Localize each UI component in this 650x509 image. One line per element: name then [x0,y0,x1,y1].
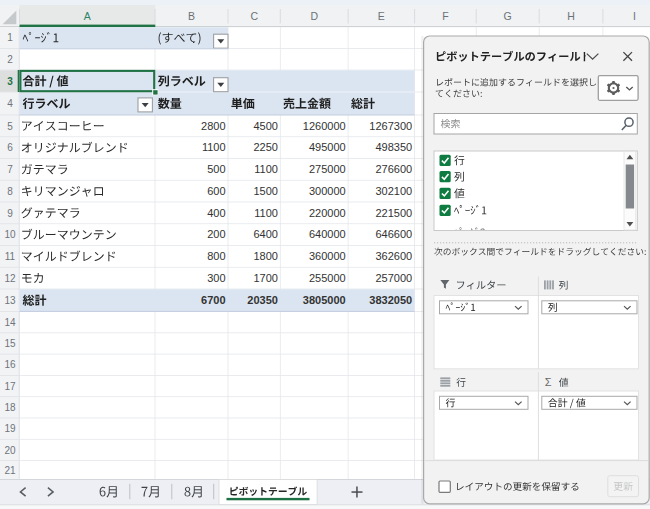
svg-text:I: I [633,10,636,22]
svg-text:A: A [84,10,91,22]
svg-text:9: 9 [7,208,13,219]
svg-text:20350: 20350 [247,294,278,306]
svg-text:10: 10 [4,229,16,240]
svg-text:E: E [378,10,385,22]
svg-text:6400: 6400 [253,228,277,240]
svg-text:1500: 1500 [253,185,277,197]
svg-text:17: 17 [4,381,16,392]
svg-text:18: 18 [4,402,16,413]
svg-text:302100: 302100 [375,185,412,197]
svg-text:500: 500 [207,163,225,175]
svg-text:275000: 275000 [309,163,346,175]
svg-text:16: 16 [4,359,16,370]
svg-text:6: 6 [7,142,13,153]
svg-text:8: 8 [7,186,13,197]
svg-text:19: 19 [4,423,16,434]
svg-text:220000: 220000 [309,207,346,219]
svg-text:3: 3 [7,76,13,87]
svg-text:3805000: 3805000 [303,294,346,306]
svg-text:20: 20 [4,445,16,456]
svg-text:3832050: 3832050 [369,294,412,306]
svg-text:F: F [442,10,448,22]
svg-text:221500: 221500 [375,207,412,219]
svg-text:1100: 1100 [202,141,226,153]
svg-text:2250: 2250 [253,141,277,153]
svg-text:1100: 1100 [254,163,278,175]
svg-text:H: H [567,10,575,22]
svg-text:1800: 1800 [253,250,277,262]
svg-text:1267300: 1267300 [369,120,412,132]
svg-text:400: 400 [207,207,225,219]
svg-text:800: 800 [207,250,225,262]
svg-text:15: 15 [4,338,16,349]
svg-text:300000: 300000 [309,185,346,197]
svg-text:360000: 360000 [309,250,346,262]
svg-text:C: C [250,10,258,22]
svg-text:13: 13 [4,295,16,306]
svg-text:1100: 1100 [254,207,278,219]
svg-text:498350: 498350 [375,141,412,153]
svg-text:7: 7 [7,164,13,175]
svg-text:495000: 495000 [309,141,346,153]
svg-text:646600: 646600 [375,228,412,240]
svg-text:255000: 255000 [309,272,346,284]
svg-text:362600: 362600 [375,250,412,262]
svg-text:11: 11 [5,251,16,262]
svg-text:12: 12 [4,273,16,284]
svg-text:257000: 257000 [375,272,412,284]
svg-text:600: 600 [207,185,225,197]
svg-text:1260000: 1260000 [303,120,346,132]
svg-text:276600: 276600 [375,163,412,175]
svg-text:300: 300 [207,272,225,284]
svg-text:4: 4 [7,98,13,109]
svg-text:2: 2 [7,54,13,65]
svg-text:21: 21 [4,465,16,476]
svg-text:B: B [188,10,195,22]
svg-text:640000: 640000 [309,228,346,240]
svg-text:Σ: Σ [545,376,552,388]
svg-text:D: D [310,10,318,22]
svg-text:G: G [504,10,512,22]
svg-text:6700: 6700 [201,294,225,306]
svg-text:4500: 4500 [253,120,277,132]
svg-text:2800: 2800 [201,120,225,132]
svg-text:1: 1 [7,32,13,43]
svg-text:5: 5 [7,121,13,132]
svg-text:14: 14 [4,317,16,328]
svg-text:200: 200 [207,228,225,240]
svg-text:1700: 1700 [253,272,277,284]
